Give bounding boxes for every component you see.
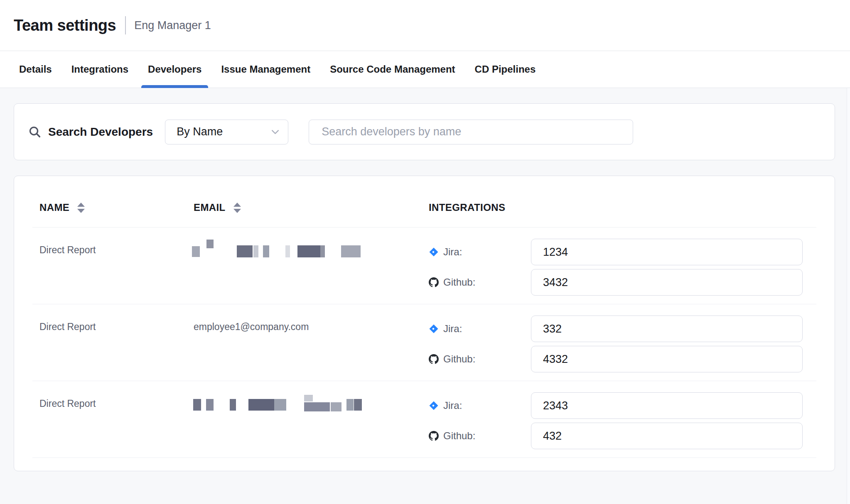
column-header-name: NAME [32,202,194,213]
redacted-email-blocks [194,391,429,416]
sort-arrows-icon[interactable] [233,202,242,213]
developer-name: Direct Report [32,228,194,304]
jira-line: Jira: [429,239,816,265]
tab-cd-pipelines[interactable]: CD Pipelines [468,51,543,88]
github-label: Github: [429,276,531,288]
search-icon [29,126,41,138]
developers-table: NAME EMAIL INTEGRATIONS [14,176,835,471]
tab-integrations[interactable]: Integrations [65,51,135,88]
github-id-input[interactable] [531,269,803,296]
search-developers-label: Search Developers [48,125,153,139]
integrations-cell: Jira: Github: [429,304,816,381]
github-label: Github: [429,353,531,365]
jira-icon [429,247,439,257]
redacted-email-blocks [194,238,429,263]
title-divider [125,16,126,34]
developer-name: Direct Report [32,381,194,458]
tab-source-code-management[interactable]: Source Code Management [323,51,462,88]
sort-arrows-icon[interactable] [76,202,86,213]
github-line: Github: [429,269,816,296]
table-row: Direct Report Jira: [32,228,816,304]
tab-details[interactable]: Details [12,51,59,88]
jira-line: Jira: [429,316,816,342]
github-id-input[interactable] [531,423,803,449]
table-row: Direct Report Jira: [32,381,816,458]
search-input[interactable] [309,120,633,144]
tab-issue-management[interactable]: Issue Management [214,51,317,88]
jira-id-input[interactable] [531,392,803,419]
search-filter-value: By Name [177,125,272,138]
github-id-input[interactable] [531,346,803,372]
column-header-integrations: INTEGRATIONS [429,202,816,213]
github-icon [429,431,439,441]
jira-id-input[interactable] [531,239,803,265]
jira-icon [429,324,439,334]
github-icon [429,277,439,287]
column-header-email: EMAIL [194,202,429,213]
jira-label: Jira: [429,246,531,258]
developer-email: employee1@company.com [194,304,429,381]
github-label: Github: [429,430,531,442]
search-filter-select[interactable]: By Name [165,120,288,144]
integrations-cell: Jira: Github: [429,228,816,304]
jira-id-input[interactable] [531,316,803,342]
chevron-down-icon [272,130,279,134]
jira-line: Jira: [429,392,816,419]
table-row: Direct Report employee1@company.com Jira… [32,304,816,381]
tab-developers[interactable]: Developers [141,51,208,88]
table-header-row: NAME EMAIL INTEGRATIONS [32,176,816,228]
page-title: Team settings [14,17,116,34]
developer-name: Direct Report [32,304,194,381]
developer-email-redacted [194,381,429,458]
developer-email-redacted [194,228,429,304]
page-subtitle: Eng Manager 1 [134,19,211,32]
page-header: Team settings Eng Manager 1 [0,0,850,51]
main-content: Search Developers By Name NAME [0,88,850,504]
jira-label: Jira: [429,323,531,335]
vertical-scrollbar[interactable] [847,88,850,504]
tabbar: Details Integrations Developers Issue Ma… [0,51,850,88]
github-icon [429,354,439,364]
integrations-cell: Jira: Github: [429,381,816,458]
jira-icon [429,401,439,411]
jira-label: Jira: [429,400,531,411]
github-line: Github: [429,346,816,372]
github-line: Github: [429,423,816,449]
search-developers-card: Search Developers By Name [14,103,835,160]
